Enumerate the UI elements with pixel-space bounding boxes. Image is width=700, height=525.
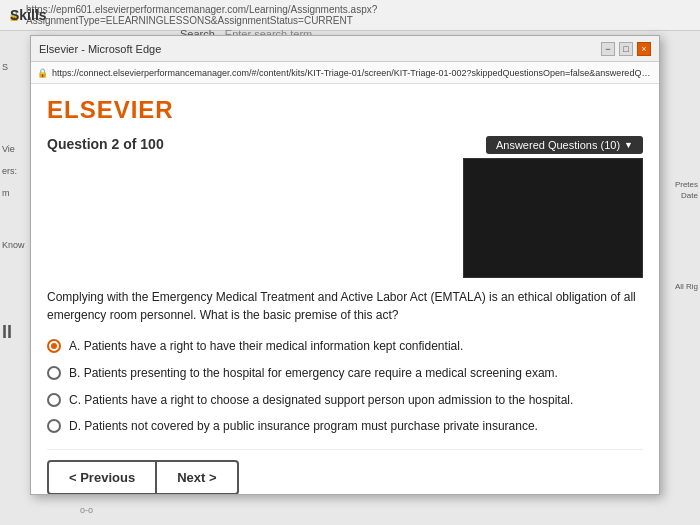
close-button[interactable]: × — [637, 42, 651, 56]
option-c-text: C. Patients have a right to choose a des… — [69, 392, 573, 409]
bg-label-m: m — [0, 186, 30, 200]
question-header: Question 2 of 100 Answered Questions (10… — [47, 136, 643, 278]
bg-label-ers: ers: — [0, 164, 30, 178]
answered-questions-badge[interactable]: Answered Questions (10) ▼ — [486, 136, 643, 154]
bg-pretest-label: Pretes — [675, 180, 700, 189]
nav-buttons: < Previous Next > — [47, 449, 643, 494]
option-b-text: B. Patients presenting to the hospital f… — [69, 365, 558, 382]
bg-date-label: Date — [675, 191, 700, 200]
answered-panel — [463, 158, 643, 278]
option-d-radio[interactable] — [47, 419, 61, 433]
bg-address-bar: 🔒 https://epm601.elsevierperformancemana… — [0, 0, 700, 31]
modal-controls: − □ × — [601, 42, 651, 56]
bg-label-ii: II — [0, 320, 30, 345]
option-b[interactable]: B. Patients presenting to the hospital f… — [47, 365, 643, 382]
option-a-radio[interactable] — [47, 339, 61, 353]
bg-label-vie: Vie — [0, 142, 30, 156]
modal-content: ELSEVIER Question 2 of 100 Answered Ques… — [31, 84, 659, 494]
modal-browser: Elsevier - Microsoft Edge − □ × 🔒 https:… — [30, 35, 660, 495]
bg-right-labels: Pretes Date All Rig — [675, 180, 700, 291]
options-list: A. Patients have a right to have their m… — [47, 338, 643, 435]
skills-header: Skills — [10, 6, 47, 24]
modal-url: https://connect.elsevierperformancemanag… — [52, 68, 653, 78]
question-left: Complying with the Emergency Medical Tre… — [47, 288, 643, 494]
bg-allrights-label: All Rig — [675, 282, 700, 291]
question-label: Question 2 of 100 — [47, 136, 164, 152]
previous-button[interactable]: < Previous — [47, 460, 157, 494]
elsevier-logo: ELSEVIER — [47, 96, 643, 124]
modal-lock-icon: 🔒 — [37, 68, 48, 78]
minimize-button[interactable]: − — [601, 42, 615, 56]
option-d-text: D. Patients not covered by a public insu… — [69, 418, 538, 435]
bg-label-know: Know — [0, 238, 30, 252]
modal-title: Elsevier - Microsoft Edge — [39, 43, 161, 55]
option-a-text: A. Patients have a right to have their m… — [69, 338, 463, 355]
question-content: Complying with the Emergency Medical Tre… — [47, 288, 643, 494]
next-button[interactable]: Next > — [157, 460, 238, 494]
skills-label: Skills — [10, 7, 47, 23]
option-d[interactable]: D. Patients not covered by a public insu… — [47, 418, 643, 435]
answered-badge-text: Answered Questions (10) — [496, 139, 620, 151]
modal-titlebar: Elsevier - Microsoft Edge − □ × — [31, 36, 659, 62]
maximize-button[interactable]: □ — [619, 42, 633, 56]
option-b-radio[interactable] — [47, 366, 61, 380]
answered-chevron-icon: ▼ — [624, 140, 633, 150]
bg-left-labels: S Vie ers: m Know II — [0, 60, 30, 345]
bg-bottom-label: o-o — [80, 505, 93, 515]
option-c-radio[interactable] — [47, 393, 61, 407]
modal-addressbar: 🔒 https://connect.elsevierperformanceman… — [31, 62, 659, 84]
bg-bottom-area: o-o — [80, 505, 93, 515]
option-c[interactable]: C. Patients have a right to choose a des… — [47, 392, 643, 409]
bg-label-s: S — [0, 60, 30, 74]
option-a[interactable]: A. Patients have a right to have their m… — [47, 338, 643, 355]
bg-url: https://epm601.elsevierperformancemanage… — [26, 4, 692, 26]
question-text: Complying with the Emergency Medical Tre… — [47, 288, 643, 324]
